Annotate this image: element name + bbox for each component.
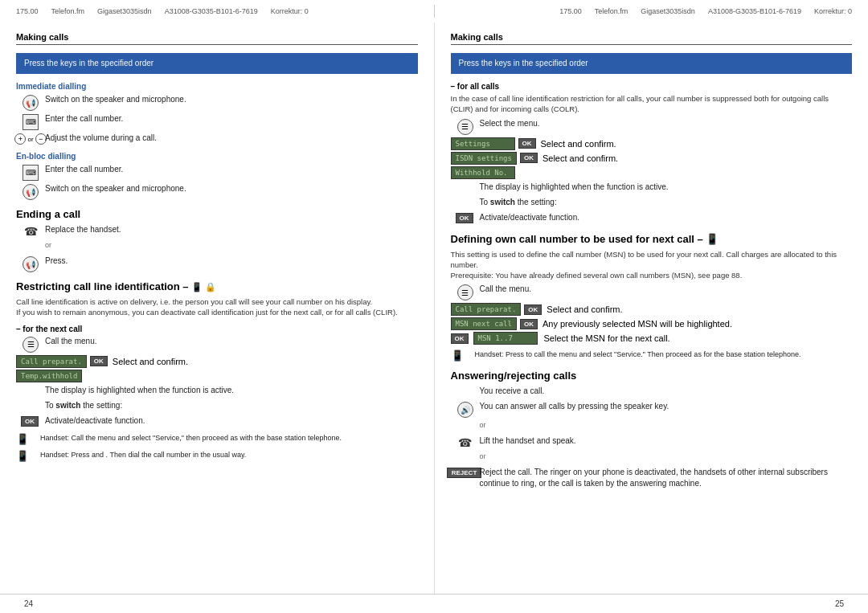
speaker-icon-3: 📢 <box>16 255 45 272</box>
def-handset-text: Handset: Press to call the menu and sele… <box>475 349 801 360</box>
ans-or-1-spacer <box>451 420 480 421</box>
def-lcd-2: MSN next call <box>451 317 517 330</box>
fac-switch-text: To switch the setting: <box>480 197 853 208</box>
fnc-switch-text: To switch the setting: <box>45 400 418 411</box>
ans-handset-icon: ☎ <box>458 436 472 449</box>
def-msn-highlight-text: Any previously selected MSN will be high… <box>542 319 732 329</box>
fnc-activate-text: Activate/deactivate function. <box>45 415 418 427</box>
left-blue-banner: Press the keys in the specified order <box>16 53 418 74</box>
ending-or-row: or <box>16 240 418 253</box>
def-ok-2: OK <box>520 319 538 329</box>
columns: Making calls Press the keys in the speci… <box>0 22 868 594</box>
meta-bar: 175.00 Telefon.fm Gigaset3035isdn A31008… <box>0 0 868 22</box>
lcd-display-2: Temp.withhold <box>16 370 82 382</box>
speaker-icon-2: 📢 <box>16 183 45 200</box>
keypad-icon-2: ⌨ <box>16 164 45 181</box>
def-lcd-row-3: OK MSN 1..7 Select the MSN for the next … <box>451 332 853 345</box>
speaker-circle-icon-2: 📢 <box>23 184 39 200</box>
fnc-switch-spacer <box>16 400 45 401</box>
ans-reject-text: Reject the call. The ringer on your phon… <box>480 467 853 489</box>
defining-title-text: Defining own call number to be used for … <box>451 233 703 245</box>
meta-bar-left: 175.00 Telefon.fm Gigaset3035isdn A31008… <box>16 7 309 15</box>
def-handset-icon: 📱 <box>451 349 470 362</box>
fac-lcd-row-1: Settings OK Select and confirm. <box>451 137 853 150</box>
left-code: A31008-G3035-B101-6-7619 <box>165 7 258 15</box>
ans-or-2-label: or <box>480 452 853 462</box>
left-model: Gigaset3035isdn <box>97 7 152 15</box>
for-all-calls-heading: – for all calls <box>451 82 853 91</box>
immediate-dialling-title: Immediate dialling <box>16 82 418 91</box>
right-model: Gigaset3035isdn <box>641 7 695 15</box>
restricting-icon: 📱 🔒 <box>191 282 216 292</box>
defining-icon: 📱 <box>706 233 719 245</box>
fac-select-confirm-2: Select and confirm. <box>542 153 618 163</box>
fac-menu-circle: ☰ <box>457 119 473 135</box>
restricting-title: Restricting call line identification – 📱… <box>16 280 418 292</box>
def-menu-circle: ☰ <box>457 284 473 300</box>
handset-note-2: 📱 Handset: Press and . Then dial the cal… <box>16 450 418 462</box>
ans-or-1-label: or <box>480 420 853 431</box>
enbloc-row-2: 📢 Switch on the speaker and microphone. <box>16 183 418 200</box>
imm-text-3: Adjust the volume during a call. <box>45 133 418 144</box>
left-telefon: Telefon.fm <box>51 7 85 15</box>
for-all-calls-body: In the case of call line identification … <box>451 93 853 115</box>
left-korrektur: Korrektur: 0 <box>271 7 309 15</box>
fac-lcd-row-2: ISDN settings OK Select and confirm. <box>451 152 853 165</box>
fac-ok-badge: OK <box>456 213 473 223</box>
ans-receive-text: You receive a call. <box>480 386 853 397</box>
ans-spacer-1 <box>451 386 480 386</box>
fac-select-confirm-1: Select and confirm. <box>541 139 616 149</box>
fnc-ok-row: OK Activate/deactivate function. <box>16 415 418 428</box>
fac-ok-icon: OK <box>451 212 480 223</box>
fac-lcd-row-3: Withhold No. <box>451 166 853 179</box>
ans-reject-icon: REJECT <box>451 467 480 478</box>
def-lcd-1: Call preparat. <box>451 303 522 316</box>
menu-icon-1: ☰ <box>16 336 45 353</box>
fac-ok-1: OK <box>518 138 536 149</box>
ending-row-2: 📢 Press. <box>16 255 418 272</box>
menu-circle-icon: ☰ <box>23 337 39 353</box>
right-column: Making calls Press the keys in the speci… <box>435 22 869 594</box>
ans-speaker-circle: 🔊 <box>457 402 473 418</box>
speaker-circle-icon-3: 📢 <box>23 256 39 272</box>
fac-lcd-2: ISDN settings <box>451 152 517 165</box>
restricting-title-text: Restricting call line identification – <box>16 280 189 292</box>
def-ok-1: OK <box>524 304 542 315</box>
def-lcd-row-1: Call preparat. OK Select and confirm. <box>451 303 853 316</box>
fac-lcd-3: Withhold No. <box>451 166 515 179</box>
enbloc-text-2: Switch on the speaker and microphone. <box>45 183 418 194</box>
fnc-spacer <box>16 385 45 386</box>
fac-select-menu-text: Select the menu. <box>480 118 853 129</box>
ans-speaker-text: You can answer all calls by pressing the… <box>480 401 853 412</box>
right-page-num: 25 <box>835 599 844 608</box>
plus-minus-icon: + or − <box>16 133 45 145</box>
enbloc-row-1: ⌨ Enter the call number. <box>16 164 418 181</box>
ans-row-2: 🔊 You can answer all calls by pressing t… <box>451 401 853 418</box>
speaker-icon-1: 📢 <box>16 94 45 111</box>
fnc-row-1: ☰ Call the menu. <box>16 336 418 353</box>
def-handset-note: 📱 Handset: Press to call the menu and se… <box>451 349 853 362</box>
def-menu-icon: ☰ <box>451 284 480 300</box>
ending-row-1: ☎ Replace the handset. <box>16 224 418 238</box>
fnc-highlight-text: The display is highlighted when the func… <box>45 385 418 396</box>
right-page-num-top: 175.00 <box>559 7 582 15</box>
def-call-menu-text: Call the menu. <box>480 284 853 295</box>
for-next-call-heading: – for the next call <box>16 325 418 333</box>
fac-switch-row: To switch the setting: <box>451 197 853 210</box>
meta-bar-right: 175.00 Telefon.fm Gigaset3035isdn A31008… <box>559 7 852 15</box>
left-page-num-top: 175.00 <box>16 7 39 15</box>
fac-activate-text: Activate/deactivate function. <box>480 212 853 223</box>
fac-switch-spacer <box>451 197 480 198</box>
ans-lift-text: Lift the handset and speak. <box>480 435 853 447</box>
ok-badge-2: OK <box>21 416 39 427</box>
def-ok-3: OK <box>451 333 469 344</box>
left-column: Making calls Press the keys in the speci… <box>0 22 435 594</box>
keypad-icon-1: ⌨ <box>16 113 45 130</box>
plus-icon: + <box>14 133 26 145</box>
fnc-highlight-row: The display is highlighted when the func… <box>16 385 418 398</box>
handset-icon-2: 📱 <box>16 450 35 462</box>
defining-title: Defining own call number to be used for … <box>451 233 853 245</box>
ans-row-3: ☎ Lift the handset and speak. <box>451 435 853 449</box>
fac-ok-row: OK Activate/deactivate function. <box>451 212 853 225</box>
def-lcd-row-2: MSN next call OK Any previously selected… <box>451 317 853 330</box>
